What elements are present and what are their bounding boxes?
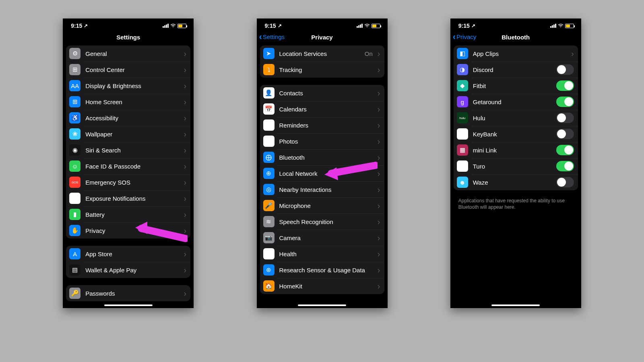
chevron-right-icon: › [378,185,380,194]
toggle-switch[interactable] [556,113,574,123]
chevron-right-icon: › [378,265,380,275]
row-waze-icon: ☻ [457,177,468,188]
toggle-switch[interactable] [556,177,574,187]
row-homekit[interactable]: 🏠HomeKit› [260,278,384,294]
row-keybank[interactable]: ⚿KeyBank [454,126,578,142]
row-battery[interactable]: ▮Battery› [66,206,190,222]
row-home-screen-icon: ⊞ [69,96,80,107]
location-arrow-icon: ↗ [278,23,282,29]
chevron-right-icon: › [184,81,187,90]
row-passwords[interactable]: 🔑Passwords› [66,285,190,301]
row-location[interactable]: ➤Location ServicesOn› [260,45,384,62]
back-button[interactable]: ‹Settings [259,33,285,40]
home-indicator[interactable] [104,304,153,306]
chevron-right-icon: › [184,178,187,187]
row-fitbit-icon: ◆ [457,80,468,91]
row-appstore[interactable]: AApp Store› [66,246,190,262]
row-siri-icon: ◉ [69,144,80,156]
row-faceid[interactable]: ☺Face ID & Passcode› [66,158,190,174]
row-label: Waze [473,179,551,186]
row-waze[interactable]: ☻Waze [454,174,578,190]
row-exposure[interactable]: ⊛Exposure Notifications› [66,190,190,206]
toggle-switch[interactable] [556,129,574,139]
chevron-right-icon: › [184,249,187,259]
row-siri[interactable]: ◉Siri & Search› [66,142,190,158]
row-label: Privacy [85,227,179,234]
row-control-center-icon: ⊞ [69,64,80,75]
row-mic-icon: 🎤 [263,200,275,211]
row-label: Discord [473,66,551,73]
chevron-right-icon: › [184,130,187,139]
row-wallpaper[interactable]: ❀Wallpaper› [66,126,190,142]
row-label: Turo [473,163,551,170]
row-location-icon: ➤ [263,48,275,59]
row-privacy[interactable]: ✋Privacy› [66,222,190,239]
content[interactable]: ➤Location ServicesOn›⤵Tracking› 👤Contact… [257,45,388,308]
row-getaround[interactable]: gGetaround [454,94,578,110]
row-passwords-icon: 🔑 [69,288,80,299]
row-display[interactable]: AADisplay & Brightness› [66,78,190,94]
row-discord-icon: ◑ [457,64,468,75]
content[interactable]: ⚙General›⊞Control Center›AADisplay & Bri… [63,45,194,308]
content[interactable]: ◧App Clips›◑Discord◆FitbitgGetaroundhulu… [450,45,581,308]
row-health[interactable]: ♥Health› [260,246,384,262]
chevron-right-icon: › [184,194,187,203]
row-speech[interactable]: ≋Speech Recognition› [260,214,384,230]
row-accessibility[interactable]: ♿Accessibility› [66,110,190,126]
row-reminders[interactable]: •Reminders› [260,117,384,133]
row-hulu[interactable]: huluHulu [454,110,578,126]
row-getaround-icon: g [457,96,468,107]
row-label: Contacts [279,90,373,97]
home-indicator[interactable] [298,304,346,306]
group-3: 🔑Passwords› [66,285,190,301]
toggle-switch[interactable] [556,97,574,107]
row-camera[interactable]: 📷Camera› [260,230,384,246]
toggle-switch[interactable] [556,64,574,75]
row-local-network[interactable]: ⊕Local Network› [260,165,384,181]
row-wallet[interactable]: ▤Wallet & Apple Pay› [66,262,190,278]
row-hulu-icon: hulu [457,112,468,123]
row-sos-icon: SOS [69,177,80,188]
chevron-right-icon: › [184,113,187,123]
row-photos-icon: ✿ [263,136,275,147]
chevron-right-icon: › [378,249,380,259]
wifi-icon [364,23,370,29]
row-home-screen[interactable]: ⊞Home Screen› [66,94,190,110]
row-contacts[interactable]: 👤Contacts› [260,85,384,101]
row-label: Wallpaper [85,131,179,138]
row-control-center[interactable]: ⊞Control Center› [66,62,190,78]
row-minilink[interactable]: ▦mini Link [454,142,578,158]
toggle-switch[interactable] [556,80,574,91]
row-appclips[interactable]: ◧App Clips› [454,45,578,62]
row-fitbit[interactable]: ◆Fitbit [454,78,578,94]
row-label: Reminders [279,122,373,129]
back-button[interactable]: ‹Privacy [453,33,477,40]
row-mic[interactable]: 🎤Microphone› [260,197,384,214]
row-calendars-icon: 📅 [263,103,275,115]
row-turo[interactable]: TUROTuro [454,158,578,174]
row-photos[interactable]: ✿Photos› [260,133,384,149]
row-tracking-icon: ⤵ [263,64,275,75]
row-research[interactable]: ⊛Research Sensor & Usage Data› [260,262,384,278]
row-general[interactable]: ⚙General› [66,45,190,62]
row-label: Tracking [279,66,373,73]
status-bar: 9:15↗ [63,19,194,30]
row-discord[interactable]: ◑Discord [454,62,578,78]
row-label: Emergency SOS [85,179,179,186]
chevron-right-icon: › [378,217,380,226]
row-label: Passwords [85,290,179,297]
row-tracking[interactable]: ⤵Tracking› [260,62,384,78]
row-bluetooth[interactable]: ⨁Bluetooth› [260,149,384,165]
row-calendars[interactable]: 📅Calendars› [260,101,384,117]
group-1: ➤Location ServicesOn›⤵Tracking› [260,45,384,78]
row-sos[interactable]: SOSEmergency SOS› [66,174,190,190]
toggle-switch[interactable] [556,161,574,171]
home-indicator[interactable] [491,304,540,306]
toggle-switch[interactable] [556,145,574,155]
row-nearby[interactable]: ◎Nearby Interactions› [260,181,384,197]
row-camera-icon: 📷 [263,232,275,243]
location-arrow-icon: ↗ [471,23,475,29]
chevron-right-icon: › [378,233,380,243]
battery-icon [372,24,380,28]
navbar: ‹Privacy Bluetooth [450,30,581,45]
